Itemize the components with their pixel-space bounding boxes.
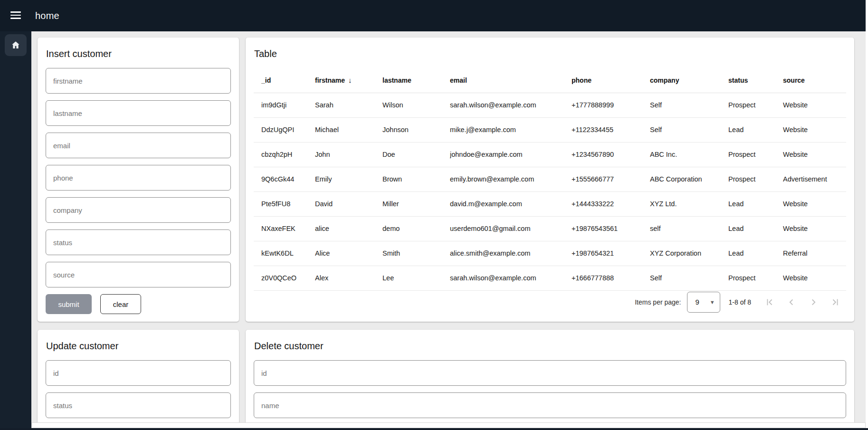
horizontal-scrollbar[interactable] bbox=[31, 422, 866, 428]
table-cell: Sarah bbox=[315, 93, 382, 117]
table-cell: kEwtK6DL bbox=[254, 241, 315, 266]
column-header-id[interactable]: _id bbox=[254, 68, 315, 93]
column-header-company[interactable]: company bbox=[650, 68, 728, 93]
table-cell: Self bbox=[650, 266, 728, 290]
insert-submit-button[interactable]: submit bbox=[46, 294, 92, 314]
next-page-icon bbox=[808, 297, 819, 307]
table-row: cbzqh2pHJohnDoejohndoe@example.com+12345… bbox=[254, 142, 846, 167]
last-page-button[interactable] bbox=[824, 292, 846, 313]
table-cell: Pte5fFU8 bbox=[254, 191, 315, 216]
table-cell: userdemo601@gmail.com bbox=[450, 216, 572, 241]
table-cell: +1122334455 bbox=[572, 117, 650, 142]
table-cell: Doe bbox=[382, 142, 450, 167]
table-cell: Wilson bbox=[382, 93, 450, 117]
delete-id-input[interactable] bbox=[254, 360, 846, 386]
topbar: home bbox=[0, 0, 866, 31]
table-cell: Johnson bbox=[382, 117, 450, 142]
table-cell: Alice bbox=[315, 241, 382, 266]
table-header: _idfirstname↓lastnameemailphonecompanyst… bbox=[254, 68, 846, 93]
table-cell: Lead bbox=[728, 191, 783, 216]
vertical-scrollbar[interactable] bbox=[866, 0, 868, 428]
firstname-input[interactable] bbox=[46, 68, 231, 94]
table-cell: XYZ Ltd. bbox=[650, 191, 728, 216]
menu-icon bbox=[10, 11, 21, 19]
app-window: home Insert customer bbox=[0, 0, 868, 430]
table-cell: Miller bbox=[382, 191, 450, 216]
table-cell: Website bbox=[783, 266, 846, 290]
menu-button[interactable] bbox=[10, 10, 23, 21]
table-cell: +1666777888 bbox=[572, 266, 650, 290]
table-cell: John bbox=[315, 142, 382, 167]
paginator: Items per page: 9 ▼ 1-8 of 8 bbox=[254, 291, 846, 314]
table-cell: 9Q6cGk44 bbox=[254, 167, 315, 191]
table-row: NXaxeFEKalicedemouserdemo601@gmail.com+1… bbox=[254, 216, 846, 241]
delete-card-title: Delete customer bbox=[254, 341, 846, 352]
column-header-email[interactable]: email bbox=[450, 68, 572, 93]
update-card-title: Update customer bbox=[46, 341, 231, 352]
insert-clear-button[interactable]: clear bbox=[100, 294, 141, 314]
column-header-phone[interactable]: phone bbox=[572, 68, 650, 93]
table-cell: ABC Corporation bbox=[650, 167, 728, 191]
sort-arrow-icon: ↓ bbox=[348, 76, 352, 84]
first-page-button[interactable] bbox=[759, 292, 781, 313]
sidebar-item-home[interactable] bbox=[5, 34, 27, 56]
page-title: home bbox=[35, 10, 59, 21]
page-range-label: 1-8 of 8 bbox=[729, 298, 751, 306]
update-status-input[interactable] bbox=[46, 392, 231, 418]
table-cell: Self bbox=[650, 117, 728, 142]
table-cell: im9dGtji bbox=[254, 93, 315, 117]
table-cell: David bbox=[315, 191, 382, 216]
insert-buttons: submit clear bbox=[46, 294, 231, 314]
table-body: im9dGtjiSarahWilsonsarah.wilson@example.… bbox=[254, 93, 846, 290]
email-input[interactable] bbox=[46, 133, 231, 158]
next-page-button[interactable] bbox=[802, 292, 824, 313]
table-cell: Lead bbox=[728, 216, 783, 241]
table-card: Table _idfirstname↓lastnameemailphonecom… bbox=[246, 38, 854, 322]
source-input[interactable] bbox=[46, 262, 231, 287]
table-cell: Website bbox=[783, 93, 846, 117]
insert-customer-card: Insert customer submit clear bbox=[38, 38, 239, 322]
table-cell: +19876543561 bbox=[572, 216, 650, 241]
table-cell: z0V0QCeO bbox=[254, 266, 315, 290]
insert-card-title: Insert customer bbox=[46, 48, 231, 59]
table-cell: Referral bbox=[783, 241, 846, 266]
status-input[interactable] bbox=[46, 229, 231, 255]
table-cell: Brown bbox=[382, 167, 450, 191]
table-cell: Emily bbox=[315, 167, 382, 191]
table-cell: Smith bbox=[382, 241, 450, 266]
table-cell: Lee bbox=[382, 266, 450, 290]
table-cell: +1444333222 bbox=[572, 191, 650, 216]
table-cell: +1987654321 bbox=[572, 241, 650, 266]
table-card-title: Table bbox=[254, 48, 846, 59]
table-cell: demo bbox=[382, 216, 450, 241]
table-cell: Advertisement bbox=[783, 167, 846, 191]
previous-page-button[interactable] bbox=[781, 292, 802, 313]
column-header-source[interactable]: source bbox=[783, 68, 846, 93]
table-cell: Prospect bbox=[728, 142, 783, 167]
table-cell: self bbox=[650, 216, 728, 241]
table-cell: cbzqh2pH bbox=[254, 142, 315, 167]
table-cell: NXaxeFEK bbox=[254, 216, 315, 241]
column-header-firstname[interactable]: firstname↓ bbox=[315, 68, 382, 93]
table-cell: Alex bbox=[315, 266, 382, 290]
phone-input[interactable] bbox=[46, 165, 231, 191]
lastname-input[interactable] bbox=[46, 100, 231, 126]
items-per-page-label: Items per page: bbox=[635, 298, 681, 306]
items-per-page-select[interactable]: 9 ▼ bbox=[687, 292, 720, 313]
main-content: Insert customer submit clear Table bbox=[31, 31, 868, 430]
table-cell: Website bbox=[783, 117, 846, 142]
column-header-lastname[interactable]: lastname bbox=[382, 68, 450, 93]
table-cell: johndoe@example.com bbox=[450, 142, 572, 167]
company-input[interactable] bbox=[46, 197, 231, 223]
table-cell: Prospect bbox=[728, 93, 783, 117]
table-cell: Prospect bbox=[728, 266, 783, 290]
table-cell: mike.j@example.com bbox=[450, 117, 572, 142]
first-page-icon bbox=[764, 297, 775, 307]
table-cell: DdzUgQPI bbox=[254, 117, 315, 142]
delete-name-input[interactable] bbox=[254, 392, 846, 418]
column-header-status[interactable]: status bbox=[728, 68, 783, 93]
delete-customer-card: Delete customer submit clear bbox=[246, 330, 854, 430]
window-bottom-edge bbox=[0, 428, 868, 430]
update-id-input[interactable] bbox=[46, 360, 231, 386]
table-row: 9Q6cGk44EmilyBrownemily.brown@example.co… bbox=[254, 167, 846, 191]
